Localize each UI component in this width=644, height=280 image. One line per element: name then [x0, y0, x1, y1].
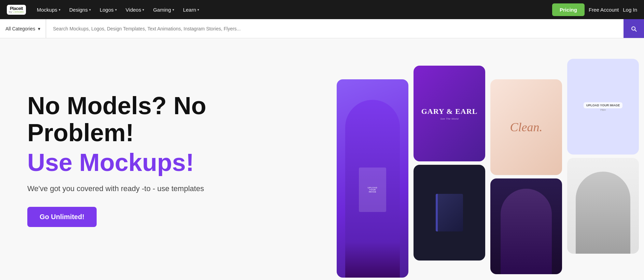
book-shape: [436, 194, 463, 231]
nav-right: Pricing Free Account Log In: [552, 3, 637, 16]
nav-videos-label: Videos: [126, 7, 141, 13]
nav-links: Mockups ▾ Designs ▾ Logos ▾ Videos ▾ Gam…: [33, 4, 551, 15]
search-icon: [630, 25, 637, 32]
nav-videos[interactable]: Videos ▾: [122, 4, 149, 15]
chevron-down-icon: ▾: [115, 8, 117, 12]
nav-gaming[interactable]: Gaming ▾: [149, 4, 178, 15]
search-input[interactable]: [46, 19, 624, 38]
upload-image-badge: UPLOAD YOUR IMAGE: [584, 102, 622, 108]
hero-content: No Models? No Problem! Use Mockups! We'v…: [0, 72, 273, 248]
purple-person-body: UPLOADYOURIMAGE: [337, 99, 408, 278]
chevron-down-icon: ▾: [197, 8, 199, 12]
chevron-down-icon: ▾: [89, 8, 91, 12]
nav-mockups-label: Mockups: [37, 7, 57, 13]
chevron-down-icon: ▾: [172, 8, 174, 12]
free-account-button[interactable]: Free Account: [589, 7, 619, 13]
mockup-card-dark-person[interactable]: [490, 178, 562, 274]
clean-card-label: Clean.: [510, 120, 543, 134]
shirt-upload-label: UPLOADYOURIMAGE: [368, 187, 377, 193]
logo-sub: by ⬡envato: [9, 11, 24, 13]
gary-earl-subtitle: See The World: [440, 117, 458, 120]
purple-silhouette: UPLOADYOURIMAGE: [345, 100, 400, 278]
logo-box: Placeit by ⬡envato: [7, 5, 26, 15]
mockup-card-image-placeholder[interactable]: UPLOAD YOUR IMAGE 750×: [567, 59, 639, 155]
chevron-down-icon: ▾: [38, 26, 40, 31]
nav-learn[interactable]: Learn ▾: [179, 4, 203, 15]
collage-column-4: UPLOAD YOUR IMAGE 750×: [567, 59, 639, 254]
go-unlimited-button[interactable]: Go Unlimited!: [27, 207, 97, 227]
chevron-down-icon: ▾: [142, 8, 144, 12]
nav-learn-label: Learn: [183, 7, 196, 13]
mockup-card-mask-person[interactable]: [567, 158, 639, 254]
hero-subtitle: We've got you covered with ready -to - u…: [27, 184, 246, 193]
hero-section: No Models? No Problem! Use Mockups! We'v…: [0, 38, 644, 280]
gary-earl-title: GARY & EARL: [421, 107, 478, 116]
login-button[interactable]: Log In: [623, 7, 637, 13]
search-button[interactable]: [624, 19, 644, 38]
collage-column-1: UPLOADYOURIMAGE: [337, 79, 408, 278]
mockup-card-purple-person[interactable]: UPLOADYOURIMAGE: [337, 79, 408, 278]
search-category-label: All Categories: [5, 26, 35, 31]
nav-designs-label: Designs: [69, 7, 88, 13]
logo[interactable]: Placeit by ⬡envato: [7, 5, 26, 15]
nav-logos-label: Logos: [100, 7, 114, 13]
search-bar: All Categories ▾: [0, 19, 644, 38]
pricing-button[interactable]: Pricing: [552, 3, 585, 16]
collage-column-2: GARY & EARL See The World: [414, 66, 485, 261]
mockup-card-clean[interactable]: Clean.: [490, 79, 562, 175]
nav-mockups[interactable]: Mockups ▾: [33, 4, 65, 15]
hero-title-line2: Use Mockups!: [27, 149, 246, 176]
hero-title-line1: No Models? No Problem!: [27, 92, 246, 146]
logo-envato: ⬡envato: [13, 10, 24, 13]
nav-logos[interactable]: Logos ▾: [96, 4, 121, 15]
search-category-selector[interactable]: All Categories ▾: [0, 19, 46, 38]
shirt-placeholder: UPLOADYOURIMAGE: [359, 168, 386, 212]
mockup-card-gary-earl[interactable]: GARY & EARL See The World: [414, 66, 485, 161]
image-size-label: 750×: [600, 108, 606, 111]
mockup-collage: UPLOADYOURIMAGE GARY & EARL See The Worl…: [337, 79, 644, 280]
nav-gaming-label: Gaming: [153, 7, 171, 13]
mask-person-figure: [576, 172, 630, 254]
dark-person-figure: [501, 189, 552, 274]
navbar: Placeit by ⬡envato Mockups ▾ Designs ▾ L…: [0, 0, 644, 19]
chevron-down-icon: ▾: [59, 8, 60, 12]
mockup-card-dark-book[interactable]: [414, 165, 485, 261]
nav-designs[interactable]: Designs ▾: [65, 4, 95, 15]
collage-column-3: Clean.: [490, 79, 562, 274]
